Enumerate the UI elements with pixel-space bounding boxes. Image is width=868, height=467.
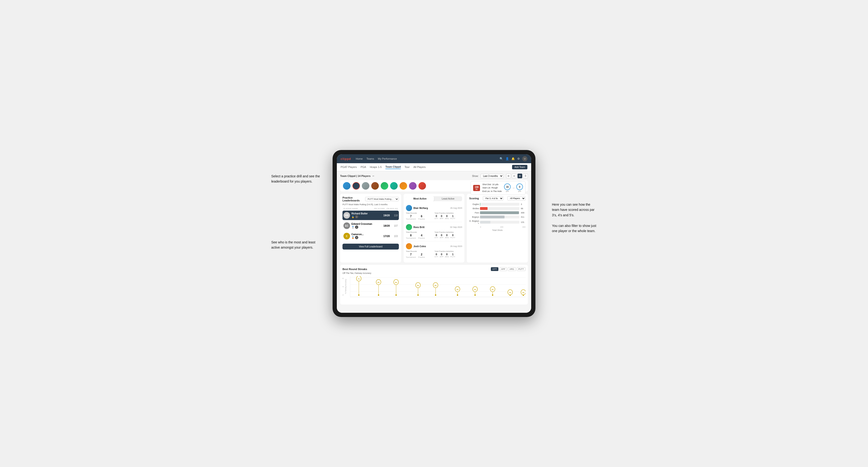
svg-text:3x: 3x [522,291,525,294]
total-rounds-section-2: Total Rounds 8 Tournament 4 Pr [406,231,434,239]
streaks-filter-ott[interactable]: OTT [491,267,498,271]
bar-track-bogeys [480,216,519,218]
tab-all-players[interactable]: All Players [413,165,426,169]
player-avatar-8[interactable] [409,182,416,190]
shot-details: Shot Dist: 16 yds Start Lie: Rough End L… [483,183,502,193]
lb-name-1: Richard Butler [351,212,380,215]
annotation-top-left: Select a practice drill and see the lead… [271,174,321,184]
leaderboard-item-2[interactable]: EC Edward Crossman 🥈 2 18/20 107 [342,221,399,230]
most-active-toggle[interactable]: Most Active [406,196,434,201]
scoring-panel-header: Scoring Par 3, 4 & 5s All Players [469,196,526,200]
svg-point-14 [396,294,397,296]
y-axis-label-top: 6 [342,277,343,280]
practice-rounds-1: 6 Practice [418,215,425,220]
tab-team-clippd[interactable]: Team Clippd [385,165,401,169]
player-avatar-6[interactable] [390,182,398,190]
tab-pgat[interactable]: PGAT Players [341,165,357,169]
leaderboard-item-3[interactable]: C Cameron... 🥉 3 17/20 103 [342,231,399,241]
person-icon[interactable]: 👤 [505,157,509,160]
activity-player-3: Josh Coles 26 Aug 2023 Total Rounds 7 [406,241,462,260]
lb-info-2: Edward Crossman 🥈 2 [351,223,380,229]
brand-logo: clippd [341,157,351,161]
bar-row-birdies: Birdies 96 [469,207,526,210]
tournament-rounds-2: 8 Tournament [406,234,416,239]
lb-avg-3: 103 [391,235,398,238]
nav-teams[interactable]: Teams [367,157,374,160]
settings-icon[interactable]: ⚙ [517,157,520,160]
activity-avatar-2[interactable] [406,224,412,230]
bell-icon[interactable]: 🔔 [512,157,515,160]
streaks-filter-arg[interactable]: ARG [508,267,516,271]
scoring-title: Scoring [469,197,479,200]
lb-score-2: 18/20 [381,224,390,227]
show-label: Show: [472,175,478,177]
list-view-btn[interactable]: ☰ [523,174,528,178]
bar-row-eagles: Eagles 3 [469,203,526,206]
player-avatar-1[interactable] [343,182,350,190]
leaderboard-subtitle: PUTT Must Make Putting (3-6 ft), Last 3 … [342,203,399,206]
total-rounds-section-1: Total Rounds 7 Tournament 6 Pr [406,212,434,220]
annotation-bottom-left: See who is the most and least active amo… [271,240,323,250]
bar-track-pars [480,211,519,214]
main-content: Team Clippd | 14 Players ✏ Show: Last 3 … [337,171,531,313]
svg-text:6x: 6x [395,281,397,283]
shot-info-box: 198 SC Shot Dist: 16 yds Start Lie: Roug… [470,181,526,195]
app-1: 0 APP [440,215,443,220]
streaks-filter-app[interactable]: APP [499,267,507,271]
view-full-leaderboard-button[interactable]: View Full Leaderboard [342,244,399,250]
user-avatar[interactable]: U [522,156,527,161]
show-period-select[interactable]: Last 3 months Last 6 months Last year [480,174,503,178]
bar-fill-pars [480,211,519,214]
grid-lg-view-btn[interactable]: ⊠ [518,174,522,178]
navbar: clippd Home Teams My Performance 🔍 👤 🔔 ⚙… [337,154,531,163]
svg-text:4x: 4x [492,288,494,290]
navbar-icons: 🔍 👤 🔔 ⚙ U [500,156,527,161]
practice-activities-section-3: Total Practice Activities 0 OTT 0 [434,250,462,258]
player-avatar-2[interactable] [352,182,360,190]
players-row: Players 198 SC Shot Dist: 16 yds Start L… [340,180,528,191]
player-avatar-4[interactable] [371,182,379,190]
players-filter-select[interactable]: All Players [507,196,526,200]
nav-home[interactable]: Home [356,157,363,160]
drill-select[interactable]: PUTT Must Make Putting... [365,197,399,201]
add-team-button[interactable]: Add Team [512,165,527,169]
tab-pga[interactable]: PGA [361,165,366,169]
total-rounds-section-3: Total Rounds 7 Tournament 2 Pr [406,250,434,258]
streaks-filter-putt[interactable]: PUTT [517,267,526,271]
player-avatar-3[interactable] [362,182,369,190]
bar-row-dbogeys: D. Bogeys + 131 [469,220,526,224]
svg-text:3x: 3x [509,291,512,294]
bar-fill-bogeys [480,216,504,218]
tab-tour[interactable]: Tour [404,165,409,169]
svg-point-34 [492,294,493,296]
lb-name-2: Edward Crossman [351,223,380,225]
activity-name-3: Josh Coles [413,245,426,248]
search-icon[interactable]: 🔍 [500,157,503,160]
activity-date-3: 26 Aug 2023 [450,245,462,247]
lb-info-3: Cameron... 🥉 3 [351,233,380,239]
scoring-panel: Scoring Par 3, 4 & 5s All Players E [467,194,528,262]
activity-panel: Most Active Least Active Blair McHarg 26… [404,194,465,262]
activity-date-2: 02 Sep 2023 [450,226,462,228]
player-avatar-7[interactable] [400,182,407,190]
activity-avatar-1[interactable] [406,205,412,211]
y-axis-title: % Fairway Accuracy [345,279,346,294]
grid-sm-view-btn[interactable]: ⊞ [506,174,511,178]
grid-md-view-btn[interactable]: ⊟ [512,174,517,178]
bar-value-pars: 499 [521,212,526,214]
least-active-toggle[interactable]: Least Active [434,196,462,201]
leaderboard-item-1[interactable]: RB Richard Butler 🥇 1 19/20 110 [342,211,399,220]
bar-fill-birdies [480,207,488,210]
activity-stats-1: Total Rounds 7 Tournament 6 Pr [406,212,462,220]
player-avatar-5[interactable] [381,182,388,190]
end-yards-circle: 0 [516,184,523,190]
player-avatar-9[interactable] [418,182,426,190]
activity-avatar-3[interactable] [406,243,412,249]
nav-my-performance[interactable]: My Performance [378,157,397,160]
edit-icon[interactable]: ✏ [372,175,374,177]
navbar-links: Home Teams My Performance [356,157,495,160]
par-filter-select[interactable]: Par 3, 4 & 5s [483,196,503,200]
ott-3: 0 OTT [434,253,438,258]
bar-track-eagles [480,203,519,206]
tab-hcaps[interactable]: Hcaps 1-5 [370,165,382,169]
